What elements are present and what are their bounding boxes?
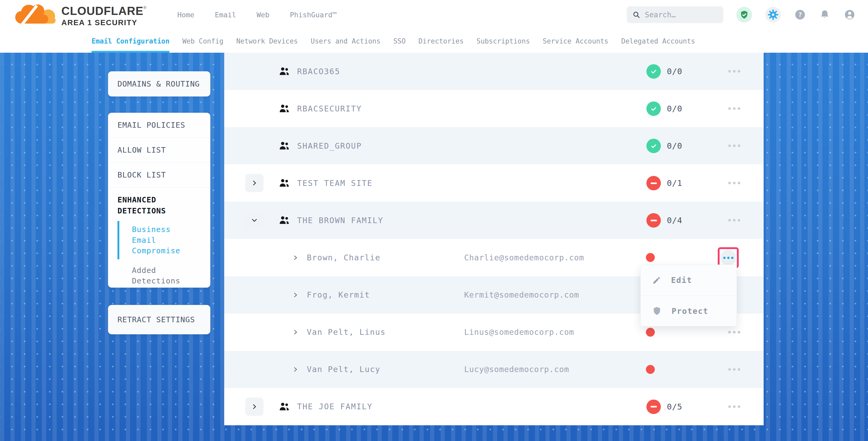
table-row-group: RBACO365 0/0 [224, 53, 764, 90]
row-actions-button[interactable] [722, 351, 746, 388]
search-icon [632, 10, 640, 19]
sidebar-item-retract-settings[interactable]: RETRACT SETTINGS [108, 315, 195, 324]
expand-button[interactable] [245, 174, 264, 192]
search-input[interactable] [645, 10, 717, 19]
bell-icon [819, 9, 830, 20]
status-unprotected-icon [646, 213, 661, 228]
app-header: CLOUDFLARE® AREA 1 SECURITY Home Email W… [0, 0, 868, 29]
tab-email-configuration[interactable]: Email Configuration [92, 29, 169, 53]
brand-subtitle: AREA 1 SECURITY [61, 18, 146, 27]
row-context-menu: Edit Protect [640, 264, 737, 326]
tab-subscriptions[interactable]: Subscriptions [476, 29, 530, 53]
group-name: RBACO365 [297, 53, 340, 90]
cloudflare-logo: CLOUDFLARE® AREA 1 SECURITY [13, 3, 146, 27]
menu-item-protect[interactable]: Protect [641, 295, 737, 326]
account-button[interactable] [843, 8, 856, 21]
sidebar-section-enhanced-detections: ENHANCED DETECTIONS Business Email Compr… [108, 187, 210, 296]
group-name: THE JOE FAMILY [297, 388, 373, 425]
nav-web[interactable]: Web [256, 11, 269, 19]
active-indicator [118, 221, 119, 259]
settings-button[interactable] [765, 7, 781, 23]
enhanced-detections-heading: ENHANCED DETECTIONS [118, 194, 203, 216]
table-row-group: SHARED_GROUP 0/0 [224, 127, 764, 164]
tab-users-and-actions[interactable]: Users and Actions [311, 29, 380, 53]
tab-delegated-accounts[interactable]: Delegated Accounts [621, 29, 695, 53]
group-icon [278, 177, 290, 189]
pencil-icon [652, 276, 661, 285]
sidebar-card-domains-routing: DOMAINS & ROUTING [108, 71, 210, 96]
tab-web-config[interactable]: Web Config [182, 29, 223, 53]
nav-email[interactable]: Email [215, 11, 236, 19]
shield-icon [652, 306, 662, 316]
member-email: Charlie@somedemocorp.com [464, 239, 584, 276]
table-row-group: THE BROWN FAMILY 0/4 [224, 201, 764, 239]
tab-network-devices[interactable]: Network Devices [236, 29, 298, 53]
table-row-group: RBACSECURITY 0/0 [224, 90, 764, 127]
group-icon [278, 65, 290, 77]
group-icon [278, 214, 290, 226]
member-name: Frog, Kermit [307, 276, 370, 314]
sidebar-card-retract: RETRACT SETTINGS [108, 305, 210, 334]
tab-directories[interactable]: Directories [418, 29, 464, 53]
group-icon [278, 102, 290, 115]
nav-home[interactable]: Home [177, 11, 194, 19]
sidebar-item-block-list[interactable]: BLOCK LIST [108, 163, 210, 187]
row-actions-button[interactable] [722, 164, 746, 201]
protection-count: 0/0 [667, 53, 682, 90]
table-row-group: THE JOE FAMILY 0/5 [224, 388, 764, 425]
tab-sso[interactable]: SSO [393, 29, 406, 53]
row-actions-button[interactable] [722, 201, 746, 239]
protection-count: 0/5 [667, 388, 682, 425]
header-controls: ? [627, 6, 856, 23]
chevron-right-icon [251, 180, 258, 186]
status-protected-icon [646, 139, 661, 153]
config-subnav: Email Configuration Web Config Network D… [0, 29, 868, 53]
expand-button[interactable] [245, 398, 264, 416]
chevron-down-icon [251, 217, 258, 224]
member-chevron-icon [292, 239, 299, 276]
sidebar-item-added-detections[interactable]: Added Detections [118, 261, 203, 290]
directory-table: RBACO365 0/0 RBACSECURITY 0/0 SHARED_GRO… [224, 53, 764, 425]
member-chevron-icon [292, 314, 299, 351]
member-name: Van Pelt, Lucy [307, 351, 380, 388]
svg-text:?: ? [798, 11, 802, 19]
member-name: Van Pelt, Linus [307, 314, 386, 351]
question-icon: ? [794, 9, 806, 21]
brand-name: CLOUDFLARE® [61, 5, 146, 17]
sidebar-item-allow-list[interactable]: ALLOW LIST [108, 138, 210, 163]
nav-phishguard[interactable]: PhishGuard™ [290, 11, 337, 19]
sidebar-item-business-email-compromise[interactable]: Business Email Compromise [118, 220, 203, 260]
tab-service-accounts[interactable]: Service Accounts [543, 29, 609, 53]
avatar-icon [843, 8, 856, 21]
row-actions-button[interactable] [722, 90, 746, 127]
member-email: Kermit@somedemocorp.com [464, 276, 579, 314]
member-name: Brown, Charlie [307, 239, 380, 276]
area1-security-app: { "brand": { "name": "CLOUDFLARE", "mark… [0, 0, 868, 441]
row-actions-button[interactable] [722, 388, 746, 425]
group-name: SHARED_GROUP [297, 127, 362, 164]
protection-status-button[interactable] [736, 7, 752, 23]
table-row-member: Van Pelt, Lucy Lucy@somedemocorp.com [224, 351, 764, 388]
row-actions-button[interactable] [722, 127, 746, 164]
protection-count: 0/1 [667, 164, 682, 201]
status-unprotected-icon [646, 176, 661, 190]
protection-count: 0/0 [667, 127, 682, 164]
row-actions-button[interactable] [722, 53, 746, 90]
protection-count: 0/4 [667, 201, 682, 239]
chevron-right-icon [251, 403, 258, 410]
menu-item-edit[interactable]: Edit [641, 265, 737, 295]
help-button[interactable]: ? [794, 9, 806, 21]
search-box[interactable] [627, 6, 723, 23]
cloudflare-cloud-icon [13, 3, 59, 25]
sidebar-item-domains-routing[interactable]: DOMAINS & ROUTING [108, 80, 200, 88]
notifications-button[interactable] [819, 9, 830, 20]
group-icon [278, 400, 290, 413]
member-chevron-icon [292, 276, 299, 314]
sidebar-item-email-policies[interactable]: EMAIL POLICIES [108, 113, 210, 138]
group-name: RBACSECURITY [297, 90, 362, 127]
status-unprotected-dot [646, 328, 655, 337]
member-email: Lucy@somedemocorp.com [464, 351, 569, 388]
status-unprotected-dot [646, 253, 655, 262]
row-actions-button-active[interactable] [720, 250, 736, 265]
collapse-button[interactable] [245, 211, 264, 229]
